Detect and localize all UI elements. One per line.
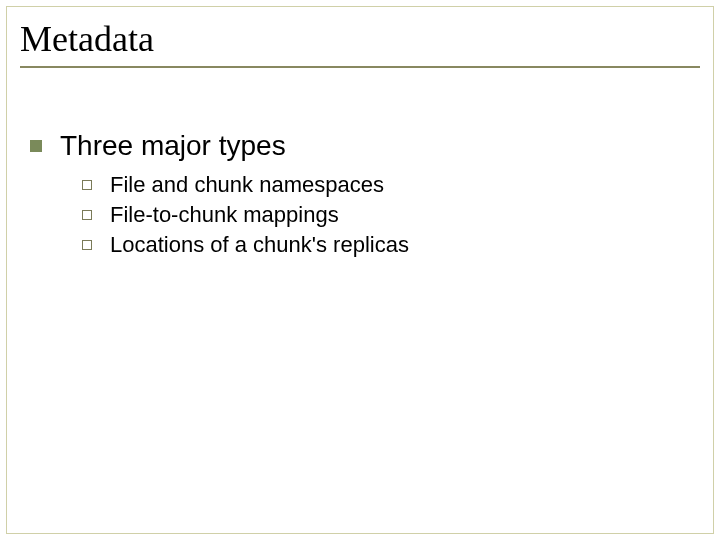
main-point-text: Three major types <box>60 130 286 162</box>
bullet-level2: Locations of a chunk's replicas <box>82 232 680 258</box>
title-underline <box>20 66 700 68</box>
sub-point-text: File-to-chunk mappings <box>110 202 339 228</box>
sub-point-text: File and chunk namespaces <box>110 172 384 198</box>
outline-square-bullet-icon <box>82 210 92 220</box>
outline-square-bullet-icon <box>82 240 92 250</box>
filled-square-bullet-icon <box>30 140 42 152</box>
content-area: Three major types File and chunk namespa… <box>30 130 680 262</box>
bullet-level2: File and chunk namespaces <box>82 172 680 198</box>
bullet-level1: Three major types <box>30 130 680 162</box>
title-section: Metadata <box>20 18 700 68</box>
sub-points-container: File and chunk namespaces File-to-chunk … <box>82 172 680 258</box>
slide-title: Metadata <box>20 18 700 64</box>
sub-point-text: Locations of a chunk's replicas <box>110 232 409 258</box>
slide-border <box>6 6 714 534</box>
outline-square-bullet-icon <box>82 180 92 190</box>
bullet-level2: File-to-chunk mappings <box>82 202 680 228</box>
